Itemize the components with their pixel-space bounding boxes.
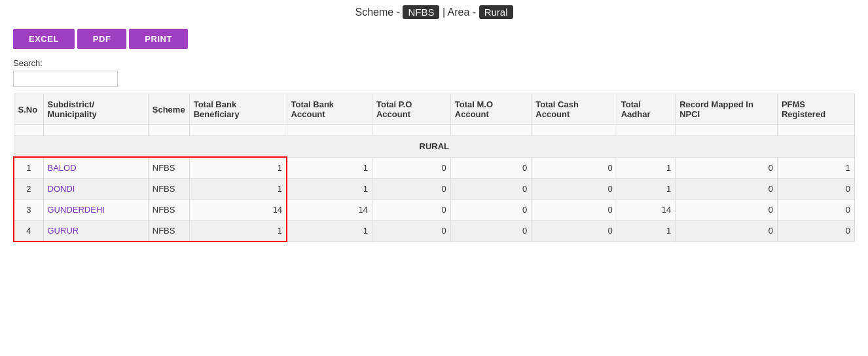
cell-total-aadhar: 14 bbox=[617, 200, 675, 221]
cell-total-bank-account: 1 bbox=[287, 221, 372, 242]
page-title: Scheme - NFBS | Area - Rural bbox=[13, 7, 855, 18]
group-row-label: RURAL bbox=[14, 136, 855, 158]
table-body: RURAL 1BALODNFBS110001012DONDINFBS110001… bbox=[14, 125, 855, 242]
group-row-rural: RURAL bbox=[14, 136, 855, 158]
cell-subdistrict[interactable]: GUNDERDEHI bbox=[43, 200, 148, 221]
cell-scheme: NFBS bbox=[148, 179, 189, 200]
table-container: S.No Subdistrict/ Municipality Scheme To… bbox=[13, 94, 855, 242]
cell-record-mapped-npci: 0 bbox=[676, 200, 778, 221]
cell-total-bank-beneficiary: 1 bbox=[189, 157, 287, 179]
col-total-cash-account: Total Cash Account bbox=[532, 94, 617, 125]
cell-record-mapped-npci: 0 bbox=[676, 157, 778, 179]
cell-total-bank-account: 1 bbox=[287, 179, 372, 200]
col-total-bank-account: Total Bank Account bbox=[287, 94, 372, 125]
cell-pfms-registered: 0 bbox=[777, 221, 854, 242]
cell-pfms-registered: 0 bbox=[777, 179, 854, 200]
cell-pfms-registered: 1 bbox=[777, 157, 854, 179]
search-section: Search: bbox=[13, 58, 855, 87]
search-label: Search: bbox=[13, 58, 855, 68]
cell-total-cash-account: 0 bbox=[532, 179, 617, 200]
col-total-aadhar: Total Aadhar bbox=[617, 94, 675, 125]
cell-total-bank-beneficiary: 1 bbox=[189, 221, 287, 242]
cell-total-cash-account: 0 bbox=[532, 200, 617, 221]
table-row: 1BALODNFBS11000101 bbox=[14, 157, 855, 179]
cell-subdistrict[interactable]: DONDI bbox=[43, 179, 148, 200]
cell-scheme: NFBS bbox=[148, 200, 189, 221]
col-total-mo-account: Total M.O Account bbox=[450, 94, 532, 125]
cell-record-mapped-npci: 0 bbox=[676, 179, 778, 200]
table-row: 2DONDINFBS11000100 bbox=[14, 179, 855, 200]
data-table: S.No Subdistrict/ Municipality Scheme To… bbox=[13, 94, 855, 242]
cell-total-po-account: 0 bbox=[372, 157, 450, 179]
toolbar: EXCEL PDF PRINT bbox=[13, 29, 855, 49]
cell-scheme: NFBS bbox=[148, 221, 189, 242]
subdistrict-link[interactable]: BALOD bbox=[48, 163, 77, 173]
cell-total-mo-account: 0 bbox=[450, 157, 532, 179]
search-input[interactable] bbox=[13, 71, 118, 87]
excel-button[interactable]: EXCEL bbox=[13, 29, 75, 49]
table-row: 4GURURNFBS11000100 bbox=[14, 221, 855, 242]
cell-total-cash-account: 0 bbox=[532, 221, 617, 242]
pdf-button[interactable]: PDF bbox=[77, 29, 127, 49]
cell-total-mo-account: 0 bbox=[450, 200, 532, 221]
subdistrict-link[interactable]: DONDI bbox=[48, 184, 75, 194]
cell-record-mapped-npci: 0 bbox=[676, 221, 778, 242]
table-header-row: S.No Subdistrict/ Municipality Scheme To… bbox=[14, 94, 855, 125]
col-total-bank-beneficiary: Total Bank Beneficiary bbox=[189, 94, 287, 125]
cell-total-bank-beneficiary: 14 bbox=[189, 200, 287, 221]
cell-sno: 4 bbox=[14, 221, 43, 242]
print-button[interactable]: PRINT bbox=[129, 29, 188, 49]
cell-total-bank-account: 1 bbox=[287, 157, 372, 179]
cell-total-po-account: 0 bbox=[372, 200, 450, 221]
col-sno: S.No bbox=[14, 94, 43, 125]
subdistrict-link[interactable]: GUNDERDEHI bbox=[48, 205, 105, 215]
col-subdistrict: Subdistrict/ Municipality bbox=[43, 94, 148, 125]
cell-total-cash-account: 0 bbox=[532, 157, 617, 179]
cell-pfms-registered: 0 bbox=[777, 200, 854, 221]
cell-sno: 2 bbox=[14, 179, 43, 200]
col-record-mapped-npci: Record Mapped In NPCI bbox=[676, 94, 778, 125]
cell-total-bank-account: 14 bbox=[287, 200, 372, 221]
cell-total-aadhar: 1 bbox=[617, 179, 675, 200]
empty-row bbox=[14, 125, 855, 136]
cell-total-po-account: 0 bbox=[372, 221, 450, 242]
area-badge: Rural bbox=[479, 5, 513, 19]
scheme-badge: NFBS bbox=[403, 5, 439, 19]
col-scheme: Scheme bbox=[148, 94, 189, 125]
cell-scheme: NFBS bbox=[148, 157, 189, 179]
cell-total-bank-beneficiary: 1 bbox=[189, 179, 287, 200]
subdistrict-link[interactable]: GURUR bbox=[48, 226, 79, 236]
cell-total-mo-account: 0 bbox=[450, 179, 532, 200]
cell-total-po-account: 0 bbox=[372, 179, 450, 200]
col-pfms-registered: PFMS Registered bbox=[777, 94, 854, 125]
cell-subdistrict[interactable]: BALOD bbox=[43, 157, 148, 179]
cell-total-aadhar: 1 bbox=[617, 221, 675, 242]
cell-sno: 3 bbox=[14, 200, 43, 221]
cell-total-mo-account: 0 bbox=[450, 221, 532, 242]
cell-sno: 1 bbox=[14, 157, 43, 179]
table-row: 3GUNDERDEHINFBS14140001400 bbox=[14, 200, 855, 221]
cell-subdistrict[interactable]: GURUR bbox=[43, 221, 148, 242]
cell-total-aadhar: 1 bbox=[617, 157, 675, 179]
col-total-po-account: Total P.O Account bbox=[372, 94, 450, 125]
